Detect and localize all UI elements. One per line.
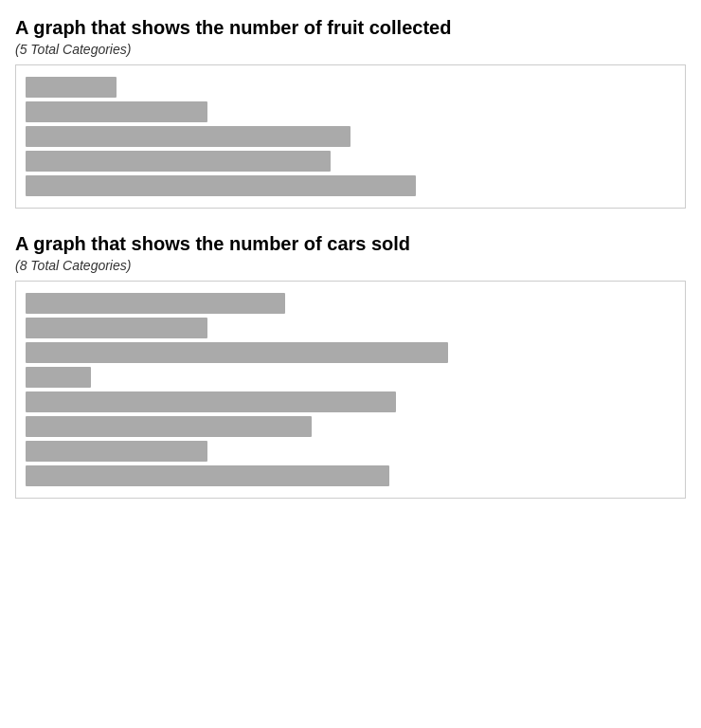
bar [26, 151, 331, 172]
bar [26, 77, 117, 98]
bar-row [26, 465, 675, 486]
chart-section-fruit: A graph that shows the number of fruit c… [15, 15, 686, 209]
chart2-container [15, 281, 686, 499]
chart-section-cars: A graph that shows the number of cars so… [15, 231, 686, 499]
bar-row [26, 367, 675, 388]
bar [26, 342, 448, 363]
bar [26, 416, 312, 437]
bar [26, 441, 207, 462]
bar-row [26, 391, 675, 412]
bar-row [26, 293, 675, 314]
bar-row [26, 101, 675, 122]
bar-row [26, 342, 675, 363]
bar-row [26, 441, 675, 462]
chart2-title: A graph that shows the number of cars so… [15, 231, 686, 256]
chart1-container [15, 64, 686, 209]
bar [26, 391, 396, 412]
chart1-subtitle: (5 Total Categories) [15, 42, 686, 57]
chart2-subtitle: (8 Total Categories) [15, 258, 686, 273]
bar [26, 175, 416, 196]
bar-row [26, 77, 675, 98]
bar-row [26, 416, 675, 437]
bar [26, 318, 207, 338]
bar-row [26, 318, 675, 338]
bar [26, 465, 389, 486]
bar [26, 101, 207, 122]
bar [26, 367, 91, 388]
bar [26, 126, 350, 147]
bar-row [26, 126, 675, 147]
bar-row [26, 151, 675, 172]
bar [26, 293, 285, 314]
chart1-title: A graph that shows the number of fruit c… [15, 15, 686, 40]
bar-row [26, 175, 675, 196]
